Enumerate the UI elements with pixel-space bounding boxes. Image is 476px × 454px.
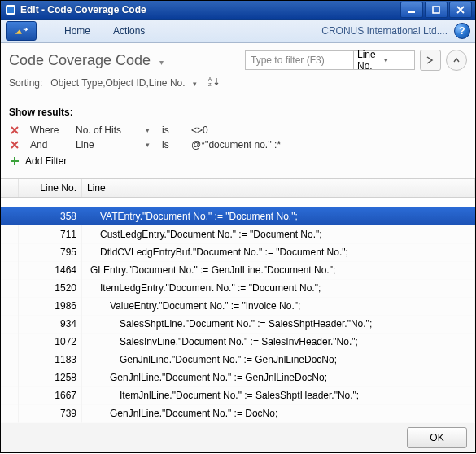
quick-filter-column-label: Line No. [357,49,384,72]
filter-row: And Line ▾ is @*''document no.'' :* [9,138,467,152]
add-filter-label: Add Filter [25,155,67,167]
app-menu-button[interactable] [6,21,37,41]
svg-text:Z: Z [208,82,212,87]
company-name: CRONUS International Ltd.... [321,25,451,37]
sort-label: Sorting: [9,77,42,89]
svg-rect-1 [7,7,14,13]
svg-rect-2 [408,11,415,13]
row-selector-cell [1,386,19,405]
close-button[interactable] [449,2,472,18]
data-grid: Line No. Line 358VATEntry."Document No."… [1,178,475,422]
filters-panel: Show results: Where No. of Hits ▾ is <>0… [1,98,475,173]
go-button[interactable] [420,50,441,71]
filters-heading: Show results: [9,107,467,118]
row-selector-cell [1,279,19,298]
table-row[interactable]: 358VATEntry."Document No." := "Document … [1,207,475,225]
cell-line: DtldCVLedgEntryBuf."Document No." := "Do… [82,243,475,262]
sort-field-dropdown[interactable]: Object Type,Object ID,Line No. ▾ [50,77,197,89]
quick-filter-input[interactable]: Type to filter (F3) [245,50,354,70]
ok-label: OK [430,432,443,443]
cell-line-no: 795 [19,243,82,262]
cell-line-no: 358 [19,207,82,226]
sort-value: Object Type,Object ID,Line No. [50,77,185,89]
cell-line-no: 934 [19,315,82,334]
cell-line: SalesShptLine."Document No." := SalesShp… [82,315,475,334]
column-header-line-no[interactable]: Line No. [19,179,82,197]
row-selector-cell [1,333,19,351]
svg-text:A: A [208,76,212,81]
row-selector-cell [1,207,19,226]
filter-keyword: And [30,139,71,151]
plus-icon [9,155,20,167]
svg-marker-4 [15,29,22,33]
collapse-panel-button[interactable] [446,50,467,71]
cell-line-no: 1072 [19,333,82,351]
table-row[interactable]: 1258GenJnlLine."Document No." := GenJnlL… [1,369,475,386]
ribbon: Home Actions CRONUS International Ltd...… [1,20,475,43]
filter-value[interactable]: @*''document no.'' :* [191,139,467,151]
quick-filter-column[interactable]: Line No. ▾ [354,50,415,70]
grid-body: 358VATEntry."Document No." := "Document … [1,207,475,422]
filter-op: is [162,124,186,136]
chevron-down-icon: ▾ [159,58,164,67]
sort-direction-button[interactable]: A Z [208,76,220,89]
cell-line-no: 1520 [19,279,82,298]
row-selector-cell [1,369,19,387]
table-row[interactable]: 934SalesShptLine."Document No." := Sales… [1,315,475,333]
filter-row: Where No. of Hits ▾ is <>0 [9,123,467,138]
footer: OK [1,422,475,452]
table-row[interactable]: 1520ItemLedgEntry."Document No." := "Doc… [1,279,475,297]
grid-header: Line No. Line [1,179,475,198]
table-row[interactable]: 739GenJnlLine."Document No." := DocNo; [1,404,475,422]
cell-line-no: 1258 [19,369,82,387]
row-selector-cell [1,297,19,316]
table-row[interactable]: 711CustLedgEntry."Document No." := "Docu… [1,225,475,243]
cell-line: SalesInvLine."Document No." := SalesInvH… [82,333,475,351]
row-selector-cell [1,351,19,369]
delete-filter-button[interactable] [9,139,20,151]
tab-home[interactable]: Home [56,22,98,40]
app-icon [4,3,17,16]
table-row[interactable]: 1464GLEntry."Document No." := GenJnlLine… [1,261,475,279]
cell-line-no: 1464 [19,261,82,280]
chevron-down-icon: ▾ [146,141,157,149]
filter-value[interactable]: <>0 [191,124,467,136]
chevron-down-icon: ▾ [193,80,197,88]
page-title-dropdown[interactable]: Code Coverage Code ▾ [9,52,164,69]
titlebar: Edit - Code Coverage Code [1,1,475,20]
cell-line: ValueEntry."Document No." := "Invoice No… [82,297,475,316]
filter-op: is [162,139,186,151]
ok-button[interactable]: OK [407,427,467,448]
delete-filter-button[interactable] [9,124,20,136]
row-selector-cell [1,315,19,334]
page-title: Code Coverage Code [9,52,151,68]
window-title: Edit - Code Coverage Code [20,4,399,15]
sort-row: Sorting: Object Type,Object ID,Line No. … [1,76,475,98]
cell-line: ItemJnlLine."Document No." := SalesShptH… [82,386,475,405]
filter-keyword: Where [30,124,71,136]
filter-field-dropdown[interactable]: No. of Hits [76,124,141,136]
table-row[interactable]: 1986ValueEntry."Document No." := "Invoic… [1,297,475,315]
tab-actions[interactable]: Actions [105,22,153,40]
table-row[interactable]: 1183GenJnlLine."Document No." := GenJnlL… [1,351,475,369]
chevron-down-icon: ▾ [384,56,411,64]
cell-line-no: 1183 [19,351,82,369]
table-row[interactable]: 1072SalesInvLine."Document No." := Sales… [1,333,475,351]
help-button[interactable]: ? [454,23,470,39]
filter-field-dropdown[interactable]: Line [76,139,141,151]
cell-line: VATEntry."Document No." := "Document No.… [82,207,475,226]
add-filter-button[interactable]: Add Filter [9,152,467,168]
table-row[interactable]: 795DtldCVLedgEntryBuf."Document No." := … [1,243,475,261]
cell-line-no: 711 [19,225,82,244]
cell-line: ItemLedgEntry."Document No." := "Documen… [82,279,475,298]
cell-line: GenJnlLine."Document No." := GenJnlLineD… [82,351,475,369]
row-selector-cell [1,225,19,244]
chevron-down-icon: ▾ [146,126,157,134]
minimize-button[interactable] [400,2,423,18]
row-selector-cell [1,404,19,423]
cell-line: CustLedgEntry."Document No." := "Documen… [82,225,475,244]
row-selector-cell [1,243,19,262]
maximize-button[interactable] [425,2,448,18]
column-header-line[interactable]: Line [82,179,475,197]
table-row[interactable]: 1667ItemJnlLine."Document No." := SalesS… [1,386,475,404]
